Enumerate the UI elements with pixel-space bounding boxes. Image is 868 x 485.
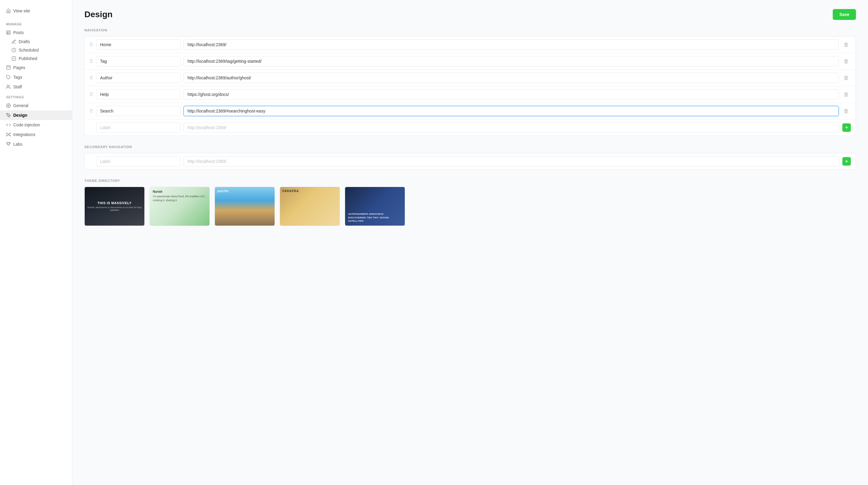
nav-url-search[interactable]: [184, 106, 839, 116]
sidebar-item-design[interactable]: Design: [0, 110, 72, 120]
nav-label-author[interactable]: [96, 73, 181, 83]
sidebar-item-integrations[interactable]: Integrations: [0, 130, 72, 139]
nav-delete-help[interactable]: 🗑: [842, 90, 851, 98]
sidebar-item-posts-label: Posts: [13, 30, 24, 35]
sidebar-item-staff[interactable]: Staff: [0, 82, 72, 92]
navigation-section-label: NAVIGATION: [84, 28, 856, 32]
staff-icon: [6, 84, 11, 89]
sidebar-item-pages[interactable]: Pages: [0, 63, 72, 73]
theme-directory-section-label: THEME DIRECTORY: [84, 179, 856, 182]
nav-label-home[interactable]: [96, 39, 181, 50]
svg-rect-6: [7, 66, 10, 69]
save-button[interactable]: Save: [833, 9, 856, 20]
drag-handle-author[interactable]: ⠿: [90, 75, 93, 81]
nav-label-tag[interactable]: [96, 56, 181, 66]
sidebar-item-labs[interactable]: Labs: [0, 139, 72, 149]
svg-point-16: [10, 136, 11, 136]
nav-url-author[interactable]: [184, 73, 839, 83]
home-icon: [6, 8, 11, 13]
nav-url-new[interactable]: [184, 122, 839, 133]
svg-line-20: [9, 135, 10, 136]
gear-icon: [6, 103, 11, 108]
nav-delete-tag[interactable]: 🗑: [842, 57, 851, 65]
drag-handle-search[interactable]: ⠿: [90, 108, 93, 114]
nav-delete-home[interactable]: 🗑: [842, 41, 851, 49]
labs-icon: [6, 142, 11, 147]
theme-massively-subtitle: A bold, adventures & discoveries & no ti…: [85, 206, 144, 211]
main-content: Design Save NAVIGATION ⠿ 🗑 ⠿ 🗑 ⠿ 🗑 ⠿: [72, 0, 868, 485]
nav-row-new: ⠿ +: [85, 119, 856, 136]
secondary-nav-row-new: ⠿ +: [85, 153, 856, 170]
published-icon: [11, 56, 16, 61]
sidebar-item-staff-label: Staff: [13, 84, 22, 89]
sidebar: View site MANAGE Posts Drafts Sched: [0, 0, 72, 485]
nav-row-tag: ⠿ 🗑: [85, 53, 856, 70]
theme-card-farafra[interactable]: FARAFRA: [280, 187, 340, 226]
settings-section-label: SETTINGS: [0, 92, 72, 101]
nav-url-home[interactable]: [184, 39, 839, 50]
sidebar-item-scheduled[interactable]: Scheduled: [0, 46, 72, 54]
sidebar-item-published[interactable]: Published: [0, 54, 72, 63]
theme-grid: THIS IS MASSIVELY A bold, adventures & d…: [84, 187, 856, 227]
sidebar-item-tags-label: Tags: [13, 75, 22, 80]
theme-farafra-title: FARAFRA: [282, 190, 299, 193]
nav-url-tag[interactable]: [184, 56, 839, 66]
sidebar-item-tags[interactable]: Tags: [0, 73, 72, 82]
svg-point-11: [8, 115, 9, 116]
pages-icon: [6, 65, 11, 70]
nav-add-button[interactable]: +: [842, 123, 851, 132]
view-site-label: View site: [13, 8, 30, 13]
sidebar-item-labs-label: Labs: [13, 142, 22, 147]
nav-url-help[interactable]: [184, 89, 839, 99]
secondary-nav-label-new[interactable]: [96, 156, 181, 167]
sidebar-item-drafts[interactable]: Drafts: [0, 37, 72, 46]
nav-row-author: ⠿ 🗑: [85, 70, 856, 86]
tag-icon: [6, 75, 11, 80]
svg-point-9: [7, 85, 8, 87]
sidebar-item-design-label: Design: [13, 113, 27, 118]
page-title: Design: [84, 10, 113, 19]
code-icon: [6, 122, 11, 127]
drag-handle-help[interactable]: ⠿: [90, 92, 93, 97]
sidebar-item-integrations-label: Integrations: [13, 132, 35, 137]
nav-label-new[interactable]: [96, 122, 181, 133]
theme-card-casper[interactable]: ASTRONOMERS ANNOUNCE DISCOVERING TEN TIN…: [345, 187, 405, 226]
secondary-nav-url-new[interactable]: [184, 156, 839, 167]
svg-rect-0: [7, 31, 10, 34]
nav-label-help[interactable]: [96, 89, 181, 99]
sidebar-item-code-injection-label: Code injection: [13, 122, 40, 127]
posts-icon: [6, 30, 11, 35]
sidebar-item-posts[interactable]: Posts: [0, 28, 72, 37]
navigation-card: ⠿ 🗑 ⠿ 🗑 ⠿ 🗑 ⠿ 🗑 ⠿: [84, 36, 856, 136]
sidebar-item-general-label: General: [13, 103, 28, 108]
svg-point-14: [10, 133, 11, 134]
nav-row-search: ⠿ 🗑: [85, 103, 856, 119]
nav-label-search[interactable]: [96, 106, 181, 116]
drag-handle-tag[interactable]: ⠿: [90, 58, 93, 64]
theme-card-massively[interactable]: THIS IS MASSIVELY A bold, adventures & d…: [84, 187, 145, 226]
sidebar-item-general[interactable]: General: [0, 101, 72, 110]
theme-card-pacific[interactable]: pacific: [215, 187, 275, 226]
sidebar-item-drafts-label: Drafts: [19, 39, 30, 44]
theme-food-subtitle: I'm passionate about food, the tradition…: [153, 195, 207, 202]
theme-massively-title: THIS IS MASSIVELY: [97, 201, 131, 205]
sidebar-item-published-label: Published: [19, 56, 37, 61]
secondary-nav-add-button[interactable]: +: [842, 157, 851, 166]
svg-line-18: [9, 133, 10, 134]
nav-delete-search[interactable]: 🗑: [842, 107, 851, 115]
nav-row-help: ⠿ 🗑: [85, 86, 856, 103]
theme-casper-title: ASTRONOMERS ANNOUNCE DISCOVERING TEN TIN…: [348, 212, 402, 223]
svg-point-15: [6, 136, 7, 136]
page-header: Design Save: [84, 9, 856, 20]
sidebar-item-pages-label: Pages: [13, 65, 25, 70]
theme-card-food[interactable]: Nurish I'm passionate about food, the tr…: [150, 187, 210, 226]
view-site-link[interactable]: View site: [0, 6, 72, 16]
theme-pacific-title: pacific: [217, 190, 229, 193]
svg-point-10: [8, 105, 9, 106]
nav-delete-author[interactable]: 🗑: [842, 74, 851, 82]
svg-line-19: [7, 135, 8, 136]
drag-handle-home[interactable]: ⠿: [90, 42, 93, 48]
sidebar-item-code-injection[interactable]: Code injection: [0, 120, 72, 130]
svg-line-17: [7, 133, 8, 134]
drafts-icon: [11, 39, 16, 44]
